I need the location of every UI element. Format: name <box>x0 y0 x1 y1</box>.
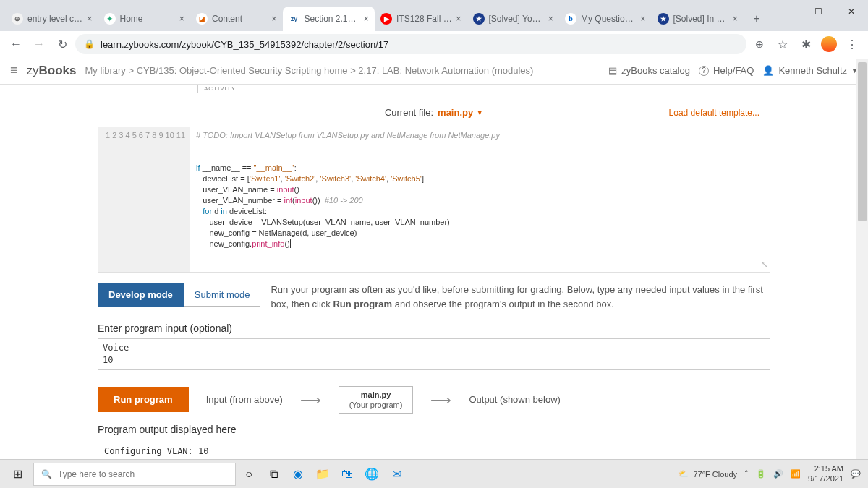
catalog-link[interactable]: ▤zyBooks catalog <box>608 65 690 76</box>
code-editor[interactable]: 1 2 3 4 5 6 7 8 9 10 11 # TODO: Import V… <box>98 127 770 272</box>
edge-icon[interactable]: ◉ <box>286 463 310 486</box>
run-program-button[interactable]: Run program <box>98 387 189 412</box>
nav-back[interactable]: ← <box>6 34 26 54</box>
extensions-icon[interactable]: ✱ <box>796 34 816 54</box>
favicon: b <box>565 13 576 25</box>
tab-close-icon[interactable]: × <box>179 13 184 24</box>
url-text: learn.zybooks.com/zybook/CYB_135_5491539… <box>101 39 388 50</box>
arrow-icon: ⟶ <box>430 391 451 408</box>
current-file-label: Current file: <box>385 107 433 118</box>
start-button[interactable]: ⊞ <box>3 460 32 489</box>
battery-icon[interactable]: 🔋 <box>756 469 766 479</box>
tab-title: entry level cyber <box>27 14 84 24</box>
resize-handle[interactable]: ⤡ <box>761 260 768 270</box>
mode-description: Run your program as often as you'd like,… <box>271 283 770 311</box>
program-output: Configuring VLAN: 10 Connecting to: Swit… <box>98 440 770 459</box>
profile-avatar[interactable] <box>819 34 839 54</box>
address-bar[interactable]: 🔒 learn.zybooks.com/zybook/CYB_135_54915… <box>75 34 746 54</box>
tab-close-icon[interactable]: × <box>363 13 369 24</box>
help-icon: ? <box>699 66 709 76</box>
tab-close-icon[interactable]: × <box>456 13 461 24</box>
favicon: ★ <box>658 13 669 25</box>
lock-icon: 🔒 <box>84 39 95 49</box>
tab-title: Home <box>120 14 176 24</box>
tab-close-icon[interactable]: × <box>548 13 553 24</box>
window-minimize[interactable]: — <box>768 1 801 22</box>
tab-title: [Solved] Your out <box>489 14 545 24</box>
wifi-icon[interactable]: 📶 <box>791 469 801 479</box>
favicon: ▶ <box>380 13 392 25</box>
menu-icon[interactable]: ≡ <box>10 63 18 78</box>
browser-tab[interactable]: ⊕entry level cyber× <box>6 7 98 31</box>
catalog-icon: ▤ <box>608 65 617 76</box>
program-box: main.py (Your program) <box>339 386 414 414</box>
activity-tab: ACTIVITY <box>197 85 242 93</box>
notifications-icon[interactable]: 💬 <box>851 469 861 479</box>
chrome-icon[interactable]: 🌐 <box>360 463 383 486</box>
tab-title: [Solved] In netwo <box>673 14 730 24</box>
search-icon: 🔍 <box>41 469 52 479</box>
new-tab-button[interactable]: + <box>746 9 767 29</box>
browser-tab[interactable]: zySection 2.17 - CY× <box>283 7 375 31</box>
breadcrumb[interactable]: My library > CYB/135: Object-Oriented Se… <box>85 65 600 76</box>
zybooks-logo[interactable]: zyBooks <box>27 64 77 78</box>
favicon: ⊕ <box>12 13 23 25</box>
develop-mode-button[interactable]: Develop mode <box>98 283 184 307</box>
current-file-name[interactable]: main.py <box>438 107 473 118</box>
file-dropdown-icon[interactable]: ▼ <box>476 108 483 116</box>
window-close[interactable]: ✕ <box>835 1 868 22</box>
browser-tab[interactable]: ▶ITS128 Fall 2020× <box>375 7 467 31</box>
tray-chevron[interactable]: ˄ <box>744 469 749 479</box>
scrollbar-thumb[interactable] <box>858 62 867 221</box>
input-label: Enter program input (optional) <box>98 322 770 334</box>
user-icon: 👤 <box>762 65 774 76</box>
task-view-icon[interactable]: ⧉ <box>262 463 285 486</box>
browser-tab[interactable]: ✦Home× <box>98 7 191 31</box>
browser-tab[interactable]: ★[Solved] In netwo× <box>652 7 744 31</box>
clock[interactable]: 2:15 AM 9/17/2021 <box>808 464 843 483</box>
tab-title: Content <box>212 14 268 24</box>
cortana-icon[interactable]: ○ <box>237 463 260 486</box>
explorer-icon[interactable]: 📁 <box>311 463 334 486</box>
nav-forward[interactable]: → <box>29 34 49 54</box>
zoom-icon[interactable]: ⊕ <box>749 34 770 54</box>
tab-close-icon[interactable]: × <box>732 13 738 24</box>
volume-icon[interactable]: 🔊 <box>773 469 783 479</box>
browser-tab[interactable]: ◪Content× <box>190 7 283 31</box>
tab-close-icon[interactable]: × <box>87 13 93 24</box>
output-label: Program output displayed here <box>98 424 770 435</box>
bookmark-icon[interactable]: ☆ <box>773 34 793 54</box>
tab-close-icon[interactable]: × <box>271 13 277 24</box>
favicon: zy <box>289 13 300 25</box>
taskbar-search[interactable]: 🔍Type here to search <box>33 463 236 486</box>
program-input[interactable] <box>98 338 770 370</box>
line-gutter: 1 2 3 4 5 6 7 8 9 10 11 <box>98 127 190 272</box>
tab-title: My Questions | b <box>581 14 637 24</box>
load-template-link[interactable]: Load default template... <box>669 108 760 118</box>
cloud-icon: ⛅ <box>678 469 689 479</box>
submit-mode-button[interactable]: Submit mode <box>184 283 261 307</box>
tab-title: ITS128 Fall 2020 <box>396 14 453 24</box>
browser-tab[interactable]: ★[Solved] Your out× <box>467 7 560 31</box>
favicon: ★ <box>473 13 485 25</box>
tab-title: Section 2.17 - CY <box>305 14 361 24</box>
help-link[interactable]: ?Help/FAQ <box>699 65 754 76</box>
output-flow-label: Output (shown below) <box>469 394 560 405</box>
store-icon[interactable]: 🛍 <box>336 463 359 486</box>
nav-reload[interactable]: ↻ <box>52 34 72 54</box>
user-menu[interactable]: 👤Kenneth Schultz▼ <box>762 65 858 76</box>
browser-tab[interactable]: bMy Questions | b× <box>559 7 652 31</box>
window-maximize[interactable]: ☐ <box>801 1 835 22</box>
weather-widget[interactable]: ⛅77°F Cloudy <box>678 469 737 479</box>
code-content[interactable]: # TODO: Import VLANSetup from VLANSetup.… <box>190 127 770 272</box>
tab-close-icon[interactable]: × <box>640 13 646 24</box>
mail-icon[interactable]: ✉ <box>385 463 408 486</box>
arrow-icon: ⟶ <box>300 391 321 408</box>
input-flow-label: Input (from above) <box>206 394 283 405</box>
chrome-menu[interactable]: ⋮ <box>842 34 862 54</box>
scrollbar-track[interactable] <box>856 59 868 459</box>
favicon: ◪ <box>196 13 208 25</box>
favicon: ✦ <box>104 13 116 25</box>
